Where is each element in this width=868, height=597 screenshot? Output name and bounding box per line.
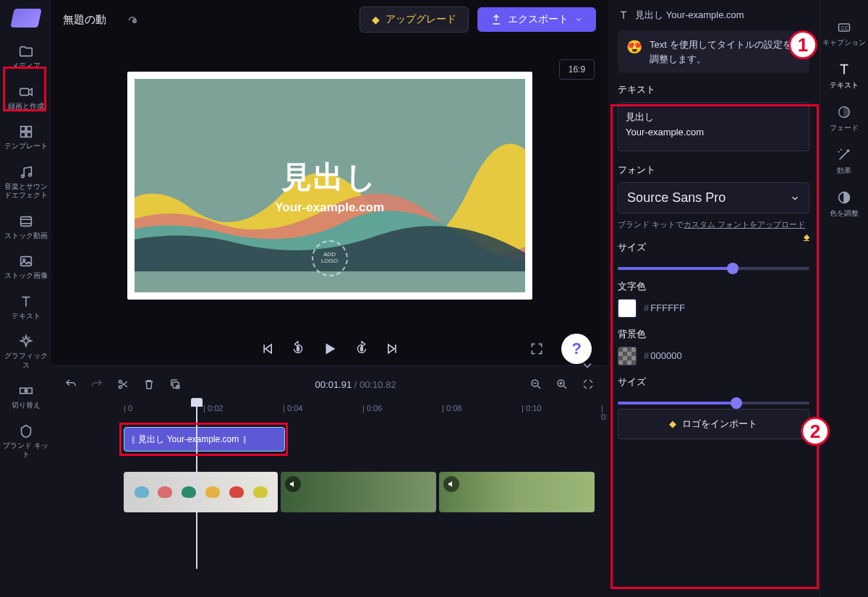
tip-card[interactable]: 😍 Text を使用してタイトルの設定を調整します。 ›: [618, 30, 809, 73]
sidebar-item-stock-image[interactable]: ストック画像: [0, 249, 51, 288]
project-title-input[interactable]: [63, 14, 117, 26]
contrast-icon: [836, 190, 852, 206]
preview-frame[interactable]: 見出し Your-example.com ADDLOGO: [127, 72, 532, 300]
sidebar-item-label: 音楽とサウンドエフェクト: [4, 182, 48, 200]
video-clip-2[interactable]: [281, 472, 436, 512]
sidebar-item-label: テキスト: [12, 312, 41, 320]
text-color-hex[interactable]: #FFFFFF: [644, 302, 685, 313]
sidebar-item-label: 録画と作成: [8, 102, 44, 110]
svg-point-16: [119, 386, 122, 389]
sidebar-item-audio[interactable]: 音楽とサウンドエフェクト: [0, 160, 51, 208]
bg-color-swatch[interactable]: [618, 347, 637, 365]
svg-point-15: [119, 380, 122, 383]
video-clip-1[interactable]: [124, 472, 278, 512]
text-icon: [618, 9, 629, 21]
video-clip-3[interactable]: [439, 472, 595, 512]
app-logo[interactable]: [10, 9, 42, 27]
zoom-out-icon[interactable]: [529, 378, 542, 391]
fullscreen-icon[interactable]: [529, 342, 544, 356]
skip-forward-icon[interactable]: [384, 342, 399, 356]
rewind-5-icon[interactable]: 5: [290, 341, 306, 357]
add-logo-placeholder[interactable]: ADDLOGO: [312, 240, 348, 276]
play-icon[interactable]: [320, 339, 339, 358]
text-content-textarea[interactable]: 見出し Your-example.com: [618, 102, 809, 151]
scissors-icon[interactable]: [116, 378, 129, 391]
svg-point-5: [21, 174, 24, 177]
font-upload-hint[interactable]: ブランド キットでカスタム フォントをアップロード ◆: [618, 219, 809, 231]
chevron-down-icon: [790, 193, 800, 203]
trash-icon[interactable]: [142, 378, 156, 391]
playhead[interactable]: [196, 402, 197, 569]
font-select[interactable]: Source Sans Pro: [618, 182, 809, 213]
upgrade-button[interactable]: ◆ アップグレード: [359, 7, 469, 33]
top-bar: ◆ アップグレード エクスポート: [51, 0, 608, 39]
svg-rect-2: [26, 127, 30, 131]
sidebar-item-media[interactable]: メディア: [0, 39, 51, 78]
text-color-label: 文字色: [618, 280, 809, 293]
upload-icon: [490, 14, 502, 25]
chevron-down-icon[interactable]: [580, 358, 595, 373]
skip-back-icon[interactable]: [261, 342, 276, 356]
rail-item-label: 色を調整: [830, 209, 859, 217]
sidebar-item-record[interactable]: 録画と作成: [0, 80, 51, 119]
bg-color-hex[interactable]: #000000: [644, 350, 682, 361]
bg-color-label: 背景色: [618, 328, 809, 341]
zoom-in-icon[interactable]: [556, 378, 569, 391]
diamond-icon: ◆: [804, 231, 809, 243]
preview-headline: 見出し: [281, 157, 378, 198]
aspect-ratio-button[interactable]: 16:9: [559, 59, 595, 80]
size2-section-label: サイズ: [618, 376, 809, 389]
text-icon: [836, 62, 852, 77]
rail-item-label: キャプション: [822, 38, 866, 46]
volume-icon: [443, 476, 459, 492]
svg-rect-1: [20, 127, 25, 131]
forward-5-icon[interactable]: 5: [354, 341, 370, 357]
wand-icon: [836, 147, 852, 163]
svg-rect-8: [20, 257, 31, 266]
rail-item-text[interactable]: テキスト: [820, 56, 868, 96]
svg-text:CC: CC: [841, 25, 848, 30]
timeline-ruler[interactable]: | 0 | 0:02 | 0:04 | 0:06 | 0:08 | 0:10 |…: [51, 401, 608, 420]
upgrade-label: アップグレード: [386, 13, 456, 26]
image-icon: [18, 253, 34, 269]
redo-icon[interactable]: [90, 378, 103, 391]
playback-controls: 5 5 ?: [51, 332, 608, 365]
timeline-panel: 00:01.91 / 00:10.82 | 0 | 0:02 | 0:04 | …: [51, 365, 608, 597]
svg-point-6: [28, 173, 31, 176]
rail-item-effects[interactable]: 効果: [820, 141, 868, 181]
svg-text:5: 5: [297, 347, 299, 352]
camera-icon: [18, 84, 34, 100]
rail-item-fade[interactable]: フェード: [820, 98, 868, 138]
bg-size-slider[interactable]: [618, 402, 809, 405]
sparkle-icon: [18, 334, 34, 350]
import-logo-button[interactable]: ◆ ロゴをインポート: [618, 409, 809, 439]
sidebar-item-label: 切り替え: [12, 401, 41, 409]
rail-item-label: テキスト: [830, 81, 859, 89]
sync-status-icon: [126, 12, 139, 27]
sidebar-item-label: テンプレート: [4, 142, 48, 150]
right-tool-rail: CC キャプション テキスト フェード 効果 色を調整: [820, 0, 868, 597]
size-slider[interactable]: [618, 267, 809, 270]
sidebar-item-transitions[interactable]: 切り替え: [0, 378, 51, 418]
preview-subline: Your-example.com: [275, 200, 384, 215]
sidebar-item-text[interactable]: テキスト: [0, 289, 51, 329]
text-clip[interactable]: 見出し Your-example.com: [124, 427, 285, 452]
export-button[interactable]: エクスポート: [477, 7, 596, 32]
preview-zone: 16:9 見出し Your-example.com ADDLOGO: [51, 39, 608, 332]
sidebar-item-brand-kit[interactable]: ブランド キット: [0, 419, 51, 467]
fit-icon[interactable]: [582, 378, 595, 391]
sidebar-item-stock-video[interactable]: ストック動画: [0, 209, 51, 248]
text-color-swatch[interactable]: [618, 299, 637, 318]
rail-item-color-adjust[interactable]: 色を調整: [820, 184, 868, 224]
copy-icon[interactable]: [169, 378, 182, 391]
cc-icon: CC: [835, 20, 853, 35]
properties-panel: 見出し Your-example.com 😍 Text を使用してタイトルの設定…: [608, 0, 820, 597]
sidebar-item-graphics[interactable]: グラフィックス: [0, 329, 51, 377]
rail-item-captions[interactable]: CC キャプション: [820, 14, 868, 53]
svg-rect-0: [20, 88, 28, 95]
tip-text: Text を使用してタイトルの設定を調整します。: [650, 38, 801, 66]
brand-icon: [18, 423, 34, 439]
preview-canvas: 見出し Your-example.com ADDLOGO: [135, 79, 525, 292]
undo-icon[interactable]: [64, 378, 77, 391]
sidebar-item-templates[interactable]: テンプレート: [0, 119, 51, 158]
